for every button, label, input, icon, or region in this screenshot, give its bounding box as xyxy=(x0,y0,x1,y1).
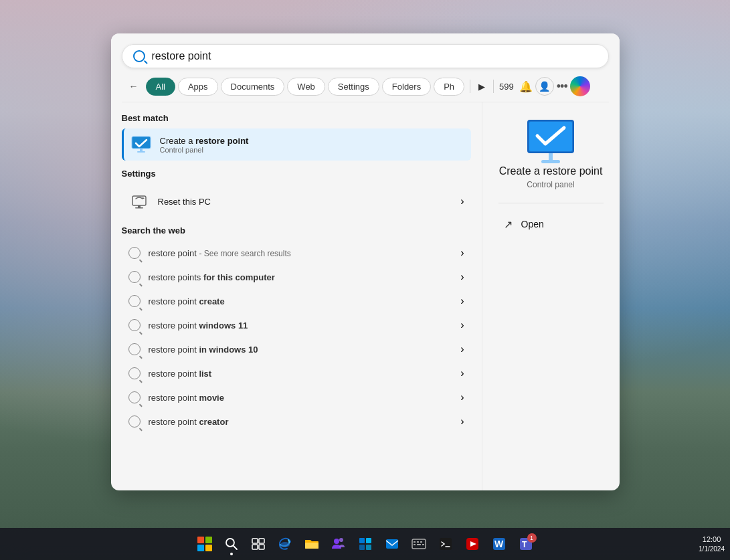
tab-photos[interactable]: Ph xyxy=(434,78,464,96)
tab-web[interactable]: Web xyxy=(287,78,325,96)
svg-rect-2 xyxy=(137,151,145,153)
web-item-2[interactable]: restore point create › xyxy=(122,289,471,313)
web-item-1[interactable]: restore points for this computer › xyxy=(122,265,471,289)
tab-apps[interactable]: Apps xyxy=(178,78,218,96)
svg-rect-31 xyxy=(417,544,421,545)
teams-notification-badge: 1 xyxy=(527,533,537,543)
svg-rect-4 xyxy=(138,205,141,207)
best-match-item-subtitle: Control panel xyxy=(160,146,464,154)
svg-rect-21 xyxy=(359,538,365,543)
taskbar-outlook[interactable] xyxy=(380,532,404,556)
web-item-3-chevron: › xyxy=(460,319,464,331)
play-icon[interactable]: ▶ xyxy=(476,82,488,92)
svg-rect-27 xyxy=(414,541,416,543)
svg-rect-30 xyxy=(414,544,416,545)
web-item-3[interactable]: restore point windows 11 › xyxy=(122,313,471,337)
settings-section: Settings Reset this PC xyxy=(122,169,471,219)
best-match-icon xyxy=(130,134,152,155)
web-text-0: restore point - See more search results xyxy=(149,248,461,258)
svg-rect-16 xyxy=(259,545,264,549)
web-item-1-chevron: › xyxy=(460,271,464,283)
svg-rect-28 xyxy=(417,541,419,543)
open-external-icon: ↗ xyxy=(504,218,516,230)
web-search-section: Search the web restore point - See more … xyxy=(122,225,471,434)
clock-display: 12:00 1/1/2024 xyxy=(699,535,725,553)
tab-settings[interactable]: Settings xyxy=(328,78,379,96)
svg-rect-15 xyxy=(252,545,258,549)
svg-rect-1 xyxy=(140,149,143,151)
taskbar-edge[interactable] xyxy=(273,532,297,556)
taskbar-file-explorer[interactable] xyxy=(300,532,324,556)
user-icon[interactable]: 👤 xyxy=(535,77,554,96)
web-text-4: restore point in windows 10 xyxy=(149,345,461,355)
notifications-icon[interactable]: 🔔 xyxy=(519,80,533,93)
svg-rect-0 xyxy=(132,136,151,149)
svg-text:T: T xyxy=(522,540,527,549)
filter-tabs: ← All Apps Documents Web Settings Folder… xyxy=(122,76,609,102)
web-item-7-chevron: › xyxy=(460,415,464,428)
taskbar-teams-chat[interactable]: T 1 xyxy=(514,532,538,556)
web-item-0-chevron: › xyxy=(460,247,464,259)
web-search-icon-0 xyxy=(128,247,141,259)
search-magnifier-icon xyxy=(133,50,145,62)
taskbar: W T 1 12:00 1/1/2024 xyxy=(0,528,730,560)
svg-rect-33 xyxy=(440,538,452,550)
web-search-icon-5 xyxy=(128,367,141,379)
tab-folders[interactable]: Folders xyxy=(382,78,431,96)
svg-rect-32 xyxy=(422,544,424,545)
svg-rect-29 xyxy=(420,541,422,543)
svg-rect-14 xyxy=(259,539,264,543)
taskbar-teams[interactable] xyxy=(327,532,351,556)
taskbar-start-button[interactable] xyxy=(193,532,217,556)
tab-all[interactable]: All xyxy=(146,78,175,96)
open-button[interactable]: ↗ Open xyxy=(498,214,604,234)
taskbar-task-view[interactable] xyxy=(246,532,270,556)
search-input-wrapper xyxy=(122,44,609,68)
taskbar-search-button[interactable] xyxy=(219,532,244,556)
web-item-5-chevron: › xyxy=(460,367,464,379)
best-match-title: Best match xyxy=(122,113,471,123)
tab-documents[interactable]: Documents xyxy=(221,78,285,96)
web-item-6-chevron: › xyxy=(460,391,464,403)
web-search-icon-1 xyxy=(128,271,141,283)
search-input[interactable] xyxy=(152,50,598,62)
svg-rect-18 xyxy=(305,543,318,549)
web-text-6: restore point movie xyxy=(149,393,461,403)
svg-rect-13 xyxy=(252,539,258,543)
separator2 xyxy=(493,80,494,93)
reset-pc-text: Reset this PC xyxy=(158,197,461,207)
taskbar-terminal[interactable] xyxy=(434,532,458,556)
web-item-0[interactable]: restore point - See more search results … xyxy=(122,241,471,265)
svg-rect-24 xyxy=(366,545,371,550)
web-text-2: restore point create xyxy=(149,296,461,306)
svg-rect-25 xyxy=(386,539,398,549)
web-search-icon-6 xyxy=(128,391,141,403)
taskbar-apps[interactable] xyxy=(353,532,377,556)
search-window: ← All Apps Documents Web Settings Folder… xyxy=(111,33,620,490)
taskbar-keyboard[interactable] xyxy=(407,532,431,556)
back-button[interactable]: ← xyxy=(124,77,143,96)
web-text-1: restore points for this computer xyxy=(149,272,461,282)
copilot-icon[interactable] xyxy=(570,76,590,96)
web-search-icon-4 xyxy=(128,343,141,355)
svg-rect-5 xyxy=(135,207,143,209)
taskbar-media[interactable] xyxy=(460,532,484,556)
more-options-icon[interactable]: ••• xyxy=(557,80,567,94)
taskbar-clock[interactable]: 12:00 1/1/2024 xyxy=(699,535,725,553)
web-item-6[interactable]: restore point movie › xyxy=(122,385,471,409)
svg-line-12 xyxy=(234,546,237,549)
best-match-item[interactable]: Create a restore point Control panel xyxy=(122,128,471,161)
web-item-7[interactable]: restore point creator › xyxy=(122,409,471,434)
svg-rect-10 xyxy=(541,160,560,163)
web-item-5[interactable]: restore point list › xyxy=(122,361,471,385)
taskbar-word[interactable]: W xyxy=(487,532,511,556)
settings-reset-pc[interactable]: Reset this PC › xyxy=(122,184,471,219)
web-item-2-chevron: › xyxy=(460,295,464,307)
web-search-icon-7 xyxy=(128,415,141,428)
badge-count: 599 xyxy=(499,82,514,92)
date-text: 1/1/2024 xyxy=(699,545,725,553)
settings-section-title: Settings xyxy=(122,169,471,179)
web-text-3: restore point windows 11 xyxy=(149,320,461,331)
best-match-item-title: Create a restore point xyxy=(160,136,464,146)
web-item-4[interactable]: restore point in windows 10 › xyxy=(122,337,471,361)
